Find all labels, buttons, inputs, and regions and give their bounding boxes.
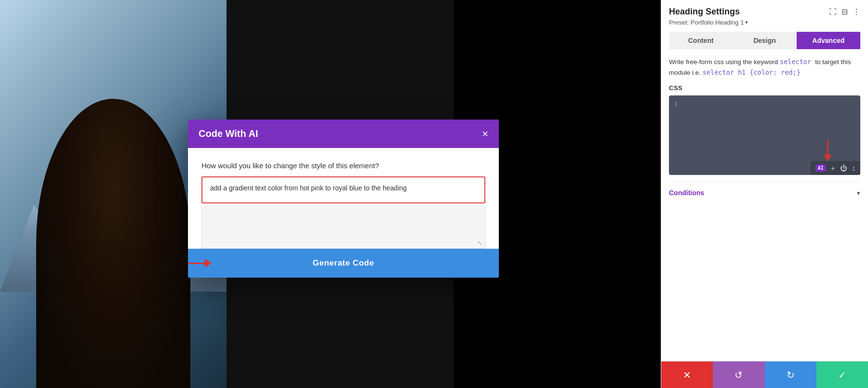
undo-button[interactable]: ↺ bbox=[713, 361, 764, 388]
tab-content-label: Content bbox=[688, 37, 714, 44]
modal-header: Code With AI × bbox=[188, 120, 499, 148]
style-input[interactable]: add a gradient text color from hot pink … bbox=[201, 176, 485, 203]
redo-icon: ↻ bbox=[787, 369, 795, 381]
modal-close-button[interactable]: × bbox=[482, 129, 488, 139]
tab-content[interactable]: Content bbox=[669, 32, 733, 49]
confirm-icon: ✓ bbox=[838, 369, 846, 381]
conditions-section[interactable]: Conditions ▾ bbox=[669, 182, 860, 199]
cancel-icon: ✕ bbox=[683, 369, 691, 381]
editor-arrow-shaft bbox=[827, 140, 828, 155]
columns-icon[interactable]: ⊟ bbox=[841, 7, 848, 16]
tab-design-label: Design bbox=[753, 37, 776, 44]
desc-part1: Write free-form css using the keyword bbox=[669, 58, 778, 66]
resize-handle-icon: ⤡ bbox=[477, 240, 482, 246]
arrow-shaft bbox=[188, 263, 205, 264]
keyword-example: selector h1 {color: red;} bbox=[703, 68, 801, 76]
panel-action-bar: ✕ ↺ ↻ ✓ bbox=[661, 361, 868, 388]
css-editor-toolbar: AI + ⏻ ↕ bbox=[811, 161, 860, 175]
tab-advanced[interactable]: Advanced bbox=[797, 32, 860, 49]
ai-button[interactable]: AI bbox=[815, 164, 826, 172]
panel-title: Heading Settings bbox=[669, 7, 740, 17]
modal-body: How would you like to change the style o… bbox=[188, 148, 499, 249]
panel-title-icons: ⛶ ⊟ ⋮ bbox=[829, 7, 860, 16]
code-with-ai-modal: Code With AI × How would you like to cha… bbox=[188, 120, 499, 278]
modal-question: How would you like to change the style o… bbox=[201, 161, 485, 170]
preset-caret-icon: ▾ bbox=[745, 19, 748, 26]
more-options-icon[interactable]: ⋮ bbox=[853, 7, 860, 16]
undo-icon: ↺ bbox=[734, 369, 743, 381]
line-number: 1 bbox=[674, 100, 678, 107]
toggle-css-button[interactable]: ⏻ bbox=[840, 164, 847, 172]
reorder-css-button[interactable]: ↕ bbox=[852, 164, 856, 172]
add-css-button[interactable]: + bbox=[831, 164, 835, 172]
extra-textarea-area: ⤡ bbox=[201, 205, 485, 249]
generate-code-button[interactable]: Generate Code bbox=[188, 249, 499, 278]
tab-advanced-label: Advanced bbox=[812, 37, 844, 44]
expand-icon[interactable]: ⛶ bbox=[829, 8, 837, 16]
modal-title: Code With AI bbox=[199, 128, 258, 139]
preset-label: Preset: Portfolio Heading 1 bbox=[669, 19, 744, 26]
generate-arrow bbox=[188, 259, 212, 268]
right-panel: Heading Settings ⛶ ⊟ ⋮ Preset: Portfolio… bbox=[661, 0, 868, 388]
panel-preset[interactable]: Preset: Portfolio Heading 1 ▾ bbox=[669, 19, 860, 26]
keyword-selector: selector bbox=[780, 58, 815, 66]
conditions-label: Conditions bbox=[669, 189, 704, 197]
panel-content: Write free-form css using the keyword se… bbox=[661, 49, 868, 361]
css-section-label: CSS bbox=[669, 84, 860, 92]
cancel-button[interactable]: ✕ bbox=[661, 361, 713, 388]
generate-btn-label: Generate Code bbox=[313, 258, 374, 268]
panel-title-row: Heading Settings ⛶ ⊟ ⋮ bbox=[669, 7, 860, 17]
css-editor[interactable]: 1 AI + ⏻ ↕ bbox=[669, 95, 860, 175]
editor-arrow-head-icon bbox=[824, 155, 831, 161]
arrow-head-icon bbox=[205, 259, 212, 268]
panel-header: Heading Settings ⛶ ⊟ ⋮ Preset: Portfolio… bbox=[661, 0, 868, 49]
panel-tabs: Content Design Advanced bbox=[669, 32, 860, 49]
redo-button[interactable]: ↻ bbox=[765, 361, 816, 388]
confirm-button[interactable]: ✓ bbox=[816, 361, 868, 388]
conditions-caret-icon: ▾ bbox=[857, 189, 860, 197]
tab-design[interactable]: Design bbox=[733, 32, 796, 49]
css-description: Write free-form css using the keyword se… bbox=[669, 57, 860, 78]
editor-arrow bbox=[824, 140, 831, 161]
